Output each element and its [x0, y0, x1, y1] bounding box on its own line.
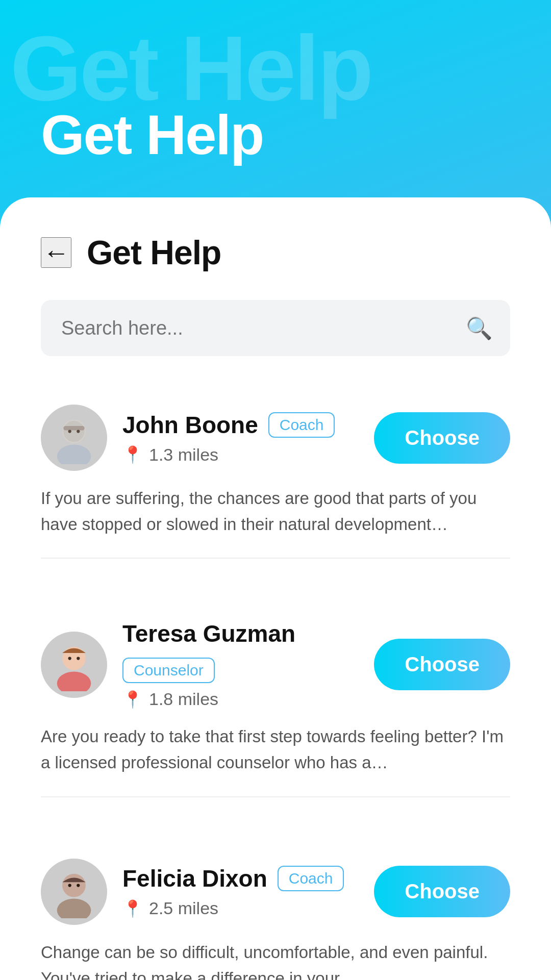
provider-badge-teresa-guzman: Counselor	[122, 658, 215, 683]
svg-point-14	[68, 884, 71, 887]
provider-name-row-teresa-guzman: Teresa Guzman Counselor	[122, 620, 359, 683]
back-button[interactable]: ←	[41, 237, 71, 268]
svg-rect-3	[63, 426, 85, 430]
provider-info-teresa-guzman: Teresa Guzman Counselor 📍 1.8 miles	[122, 620, 359, 709]
provider-card-john-boone: John Boone Coach 📍 1.3 miles Choose If y…	[41, 384, 510, 599]
svg-point-5	[77, 430, 80, 433]
provider-card-felicia-dixon: Felicia Dixon Coach 📍 2.5 miles Choose C…	[41, 838, 510, 980]
svg-point-7	[57, 671, 91, 691]
svg-point-1	[57, 445, 91, 464]
distance-value-felicia-dixon: 2.5 miles	[149, 898, 218, 918]
location-icon-felicia-dixon: 📍	[122, 899, 143, 918]
provider-name-john-boone: John Boone	[122, 411, 258, 439]
provider-info-felicia-dixon: Felicia Dixon Coach 📍 2.5 miles	[122, 865, 359, 918]
provider-list: John Boone Coach 📍 1.3 miles Choose If y…	[41, 384, 510, 980]
provider-distance-felicia-dixon: 📍 2.5 miles	[122, 898, 359, 918]
location-icon-teresa-guzman: 📍	[122, 690, 143, 709]
avatar-teresa-guzman	[41, 632, 107, 698]
provider-badge-john-boone: Coach	[268, 412, 335, 438]
page-title: Get Help	[87, 233, 221, 272]
provider-top-felicia-dixon: Felicia Dixon Coach 📍 2.5 miles Choose	[41, 859, 510, 925]
provider-distance-john-boone: 📍 1.3 miles	[122, 445, 359, 465]
provider-badge-felicia-dixon: Coach	[278, 866, 344, 891]
divider	[41, 796, 510, 797]
avatar-felicia-dixon	[41, 859, 107, 925]
search-container: 🔍	[41, 300, 510, 356]
provider-description-john-boone: If you are suffering, the chances are go…	[41, 485, 510, 537]
page-header: ← Get Help	[41, 233, 510, 272]
svg-point-2	[63, 421, 85, 442]
distance-value-john-boone: 1.3 miles	[149, 445, 218, 465]
divider	[41, 558, 510, 559]
provider-description-felicia-dixon: Change can be so difficult, uncomfortabl…	[41, 939, 510, 980]
svg-point-15	[77, 884, 80, 887]
svg-point-4	[68, 430, 71, 433]
choose-button-teresa-guzman[interactable]: Choose	[374, 639, 510, 690]
avatar-john-boone	[41, 405, 107, 471]
provider-name-felicia-dixon: Felicia Dixon	[122, 865, 267, 892]
provider-top-john-boone: John Boone Coach 📍 1.3 miles Choose	[41, 405, 510, 471]
provider-name-row-felicia-dixon: Felicia Dixon Coach	[122, 865, 359, 892]
search-icon: 🔍	[466, 316, 492, 341]
provider-card-teresa-guzman: Teresa Guzman Counselor 📍 1.8 miles Choo…	[41, 599, 510, 838]
svg-point-12	[57, 898, 91, 918]
header-title: Get Help	[0, 0, 551, 197]
location-icon-john-boone: 📍	[122, 445, 143, 464]
provider-name-teresa-guzman: Teresa Guzman	[122, 620, 295, 647]
back-arrow-icon: ←	[43, 239, 69, 266]
distance-value-teresa-guzman: 1.8 miles	[149, 689, 218, 709]
choose-button-felicia-dixon[interactable]: Choose	[374, 866, 510, 917]
provider-info-john-boone: John Boone Coach 📍 1.3 miles	[122, 411, 359, 465]
svg-point-9	[68, 657, 71, 660]
svg-point-10	[77, 657, 80, 660]
provider-distance-teresa-guzman: 📍 1.8 miles	[122, 689, 359, 709]
provider-description-teresa-guzman: Are you ready to take that first step to…	[41, 723, 510, 775]
provider-top-teresa-guzman: Teresa Guzman Counselor 📍 1.8 miles Choo…	[41, 620, 510, 709]
provider-name-row-john-boone: John Boone Coach	[122, 411, 359, 439]
choose-button-john-boone[interactable]: Choose	[374, 412, 510, 464]
main-card: ← Get Help 🔍 John Boone Coach 📍	[0, 197, 551, 980]
search-input[interactable]	[41, 300, 510, 356]
